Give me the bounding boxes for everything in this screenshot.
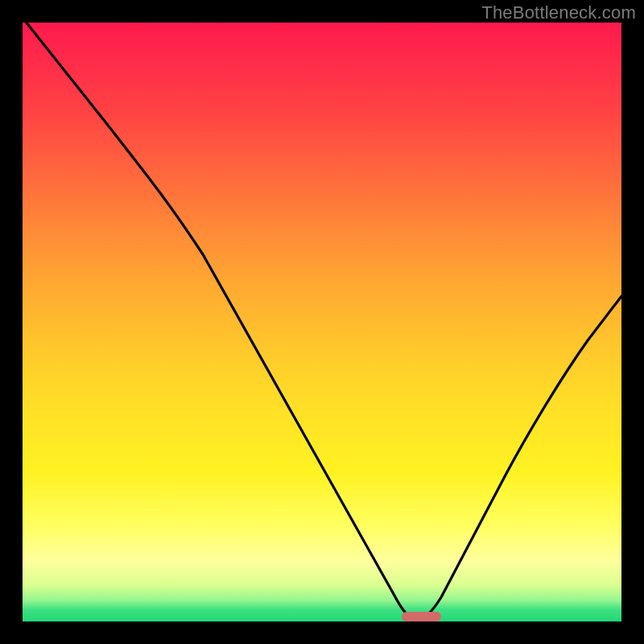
optimal-marker: [402, 612, 441, 621]
heat-gradient-background: [23, 23, 621, 621]
plot-area: [23, 23, 621, 621]
watermark-text: TheBottleneck.com: [481, 2, 636, 23]
chart-frame: TheBottleneck.com: [0, 0, 644, 644]
